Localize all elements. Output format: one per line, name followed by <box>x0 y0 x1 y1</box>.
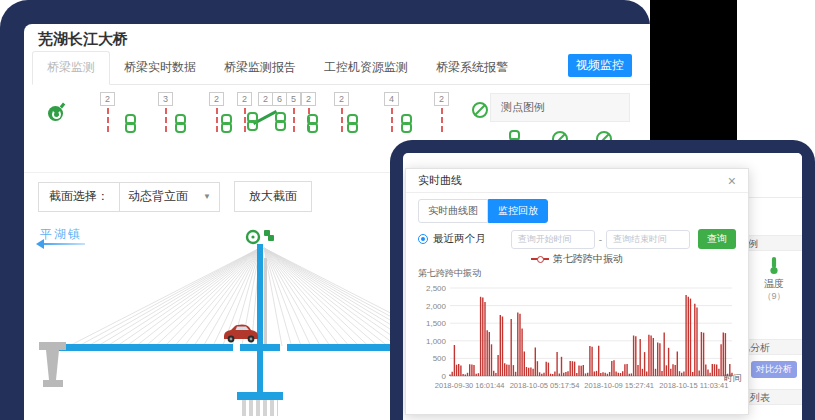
video-monitor-button[interactable]: 视频监控 <box>568 54 632 77</box>
temperature-count: （9） <box>746 290 802 303</box>
legend-section-header: 测点图例 <box>746 235 802 251</box>
tab-realtime-data[interactable]: 桥梁实时数据 <box>110 52 210 84</box>
legend-label: 第七跨跨中振动 <box>553 253 623 264</box>
main-tab-bar: 桥梁监测 桥梁实时数据 桥梁监测报告 工控机资源监测 桥梁系统报警 <box>32 56 650 85</box>
town-label: 平湖镇 <box>40 226 82 243</box>
range-separator: - <box>599 234 602 245</box>
compare-section-header: 对比分析 <box>746 339 802 355</box>
svg-text:1,000: 1,000 <box>426 337 447 346</box>
sensor-count-badge: 2 <box>334 92 349 106</box>
legend-panel-title: 测点图例 <box>490 93 630 122</box>
sensor-drop-line <box>107 108 109 132</box>
sensor-drop-line <box>441 108 443 132</box>
chain-sensor-icon[interactable] <box>174 114 187 133</box>
modal-header: 实时曲线 × <box>406 169 748 193</box>
query-button[interactable]: 查询 <box>698 229 736 249</box>
overlay-window-content: 测点图例 温度 （9） 对比分析 对比分析 测点列表 实时曲线 × 实时曲线 <box>403 153 802 420</box>
vibration-chart: 05001,0001,5002,0002,5002018-09-30 16:01… <box>416 280 740 398</box>
pier-cap <box>237 392 283 400</box>
sensor-count-badge: 2 <box>100 92 115 106</box>
compare-section-title: 对比分析 <box>746 340 802 355</box>
anemometer-icon[interactable] <box>247 231 259 243</box>
sensor-count-badge: 6 <box>272 92 287 106</box>
svg-text:2,500: 2,500 <box>426 284 447 293</box>
tower-back-leg <box>264 258 267 344</box>
background-black-block <box>650 0 737 145</box>
chain-sensor-icon[interactable] <box>400 114 413 133</box>
svg-text:2018-09-30 16:01:44: 2018-09-30 16:01:44 <box>435 381 505 390</box>
sensor-count-badge: 2 <box>209 92 224 106</box>
svg-text:2,000: 2,000 <box>426 302 447 311</box>
bridge-deck <box>57 344 233 351</box>
thermometer-icon[interactable] <box>769 256 780 275</box>
sensor-drop-line <box>391 108 393 132</box>
abutment <box>39 342 66 387</box>
page-title: 芜湖长江大桥 <box>38 30 128 49</box>
end-time-input[interactable] <box>606 230 690 249</box>
realtime-curve-modal: 实时曲线 × 实时曲线图 监控回放 最近两个月 - 查询 第七跨跨中振动 第七跨… <box>405 168 749 415</box>
sensor-count-badge: 3 <box>158 92 173 106</box>
overlay-window: 测点图例 温度 （9） 对比分析 对比分析 测点列表 实时曲线 × 实时曲线 <box>390 140 815 420</box>
close-icon[interactable]: × <box>728 174 736 188</box>
legend-panel: 测点图例 <box>490 93 630 143</box>
svg-text:0: 0 <box>442 372 447 381</box>
modal-tab-bar: 实时曲线图 监控回放 <box>406 193 748 223</box>
sensor-count-badge: 5 <box>286 92 301 106</box>
sensor-count-badge: 4 <box>384 92 399 106</box>
sensor-drop-line <box>341 108 343 132</box>
list-section-title: 测点列表 <box>746 390 802 405</box>
tower <box>257 244 263 344</box>
enlarge-section-button[interactable]: 放大截面 <box>234 181 312 212</box>
compare-analysis-button[interactable]: 对比分析 <box>751 361 797 378</box>
bridge-deck <box>240 344 280 351</box>
divider <box>746 197 802 198</box>
pier-foundation <box>242 400 278 416</box>
chart-axis-title: 第七跨跨中振动 <box>418 267 740 280</box>
section-select-label: 截面选择： <box>39 188 119 205</box>
modal-title: 实时曲线 <box>418 173 462 188</box>
tab-system-alarm[interactable]: 桥梁系统报警 <box>422 52 522 84</box>
left-arrow-icon <box>39 243 85 245</box>
chain-sensor-icon[interactable] <box>124 114 137 133</box>
tower-sensor-icon[interactable] <box>264 230 274 241</box>
section-select-value: 动态背立面 <box>128 188 188 205</box>
section-select-group: 截面选择： 动态背立面 ▼ <box>38 182 220 212</box>
section-select[interactable]: 动态背立面 ▼ <box>119 182 219 212</box>
sensor-count-badge: 2 <box>301 92 316 106</box>
pier <box>257 351 263 392</box>
chain-sensor-icon[interactable] <box>306 114 319 133</box>
dynamometer-icon[interactable] <box>48 106 63 121</box>
svg-text:2018-10-15 11:03:41: 2018-10-15 11:03:41 <box>659 381 728 390</box>
sensor-drop-line <box>216 108 218 132</box>
chain-sensor-icon[interactable] <box>274 112 287 131</box>
sensor-drop-line <box>293 108 295 132</box>
radio-last-two-months[interactable] <box>418 234 428 244</box>
tab-realtime-curve[interactable]: 实时曲线图 <box>418 199 488 223</box>
chevron-down-icon: ▼ <box>203 192 211 201</box>
start-time-input[interactable] <box>511 230 595 249</box>
tab-monitor-report[interactable]: 桥梁监测报告 <box>210 52 310 84</box>
tab-bridge-monitor[interactable]: 桥梁监测 <box>32 51 110 85</box>
disabled-sensor-icon[interactable] <box>472 102 488 118</box>
svg-text:2018-10-09 15:27:41: 2018-10-09 15:27:41 <box>584 381 654 390</box>
x-axis-name: 时间 <box>724 372 742 385</box>
chain-sensor-icon[interactable] <box>220 114 233 133</box>
chain-sensor-icon[interactable] <box>246 112 259 131</box>
query-controls: 最近两个月 - 查询 <box>418 229 736 249</box>
sensor-count-badge: 2 <box>258 92 273 106</box>
tab-ipc-resource[interactable]: 工控机资源监测 <box>310 52 422 84</box>
chart-area: 第七跨跨中振动 05001,0001,5002,0002,5002018-09-… <box>416 267 740 402</box>
legend-marker-icon <box>531 258 549 260</box>
sensor-count-badge: 2 <box>237 92 252 106</box>
chain-sensor-icon[interactable] <box>346 114 359 133</box>
background-page-strip: 测点图例 温度 （9） 对比分析 对比分析 测点列表 <box>746 153 802 420</box>
svg-text:1,500: 1,500 <box>426 319 447 328</box>
chart-legend[interactable]: 第七跨跨中振动 <box>406 252 748 266</box>
tab-playback[interactable]: 监控回放 <box>488 199 548 223</box>
svg-text:2018-10-05 05:17:54: 2018-10-05 05:17:54 <box>510 381 580 390</box>
legend-section-title: 测点图例 <box>746 236 802 251</box>
temperature-label: 温度 <box>746 277 802 291</box>
list-section-header: 测点列表 <box>746 389 802 405</box>
sensor-drop-line <box>165 108 167 132</box>
radio-label: 最近两个月 <box>433 232 486 246</box>
